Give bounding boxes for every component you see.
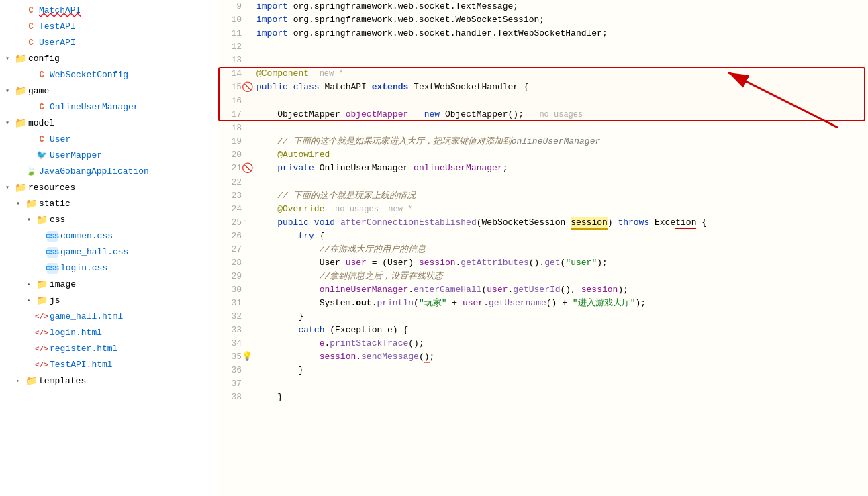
sidebar-item-register-html[interactable]: </> register.html <box>0 341 218 357</box>
code-line-14: 14 @Component new * <box>218 67 868 81</box>
code-line-26: 26 try { <box>218 230 868 243</box>
sidebar-item-onlineusermanager[interactable]: C OnlineUserManager <box>0 99 218 115</box>
sidebar-item-templates[interactable]: 📁 templates <box>0 373 218 389</box>
sidebar-item-label: js <box>50 294 60 307</box>
code-line-17: 17 ObjectMapper objectMapper = new Objec… <box>218 108 868 121</box>
line-number: 23 <box>218 189 242 203</box>
sidebar-item-matchapi[interactable]: C MatchAPI <box>0 3 218 19</box>
code-line-25: 25 ↑ public void afterConnectionEstablis… <box>218 216 868 230</box>
folder-icon-templates: 📁 <box>26 376 36 387</box>
sidebar-item-user[interactable]: C User <box>0 132 218 148</box>
gutter-9 <box>242 0 256 13</box>
code-content-28: User user = (User) session.getAttributes… <box>256 256 868 270</box>
sidebar-item-label: resources <box>28 181 75 195</box>
c-class-icon: C <box>36 70 47 81</box>
sidebar-item-config[interactable]: 📁 config <box>0 51 218 67</box>
gutter-15[interactable]: 🚫 <box>242 81 256 95</box>
code-line-29: 29 //拿到信息之后，设置在线状态 <box>218 270 868 283</box>
code-content-16 <box>256 95 868 108</box>
gutter-26 <box>242 230 256 243</box>
gutter-23 <box>242 189 256 203</box>
code-line-33: 33 catch (Exception e) { <box>218 324 868 337</box>
line-number: 26 <box>218 230 242 243</box>
sidebar-item-label: JavaGobangApplication <box>39 165 149 179</box>
code-editor: 9 import org.springframework.web.socket.… <box>218 0 868 496</box>
line-number: 29 <box>218 270 242 283</box>
folder-icon-game: 📁 <box>15 86 26 97</box>
folder-icon-resources: 📁 <box>15 183 26 193</box>
code-line-19: 19 // 下面的这个就是如果玩家进入大厅，把玩家键值对添加到onlineUse… <box>218 135 868 148</box>
code-line-22: 22 <box>218 176 868 189</box>
sidebar-item-testapi[interactable]: C TestAPI <box>0 19 218 35</box>
sidebar-item-label: TestAPI.html <box>50 358 113 372</box>
code-line-24: 24 @Override no usages new * <box>218 203 868 216</box>
code-content-12 <box>256 40 868 54</box>
gutter-17 <box>242 108 256 121</box>
gutter-38 <box>242 391 256 404</box>
sidebar-item-websocketconfig[interactable]: C WebSocketConfig <box>0 67 218 83</box>
sidebar-item-image[interactable]: 📁 image <box>0 277 218 293</box>
line-number: 34 <box>218 337 242 350</box>
sidebar-item-usermapper[interactable]: 🐦 UserMapper <box>0 148 218 164</box>
line-number: 30 <box>218 283 242 297</box>
code-content-17: ObjectMapper objectMapper = new ObjectMa… <box>256 108 868 121</box>
code-line-31: 31 System.out.println("玩家" + user.getUse… <box>218 297 868 310</box>
gutter-36 <box>242 364 256 377</box>
sidebar-item-js[interactable]: 📁 js <box>0 293 218 309</box>
sidebar-item-game-hall-html[interactable]: </> game_hall.html <box>0 309 218 325</box>
gutter-icon-21[interactable]: 🚫 <box>242 163 253 174</box>
mapper-icon: 🐦 <box>36 150 47 161</box>
gutter-icon-bulb[interactable]: 💡 <box>242 352 252 362</box>
folder-icon-model: 📁 <box>15 118 26 129</box>
gutter-icon-25[interactable]: ↑ <box>242 217 247 228</box>
code-content-10: import org.springframework.web.socket.We… <box>256 13 868 27</box>
gutter-20 <box>242 148 256 162</box>
gutter-21[interactable]: 🚫 <box>242 162 256 176</box>
code-content-30: onlineUserManager.enterGameHall(user.get… <box>256 283 868 297</box>
sidebar-item-css[interactable]: 📁 css <box>0 212 218 228</box>
gutter-37 <box>242 377 256 391</box>
code-line-32: 32 } <box>218 310 868 324</box>
code-content-27: //在游戏大厅的用户的信息 <box>256 243 868 256</box>
line-number: 32 <box>218 310 242 324</box>
code-content-18 <box>256 121 868 135</box>
folder-icon-config: 📁 <box>15 54 26 64</box>
gutter-35[interactable]: 💡 <box>242 350 256 364</box>
sidebar-item-login-css[interactable]: CSS login.css <box>0 260 218 277</box>
sidebar-item-testapi-html[interactable]: </> TestAPI.html <box>0 357 218 373</box>
sidebar-item-commen-css[interactable]: CSS commen.css <box>0 228 218 244</box>
sidebar-item-game-hall-css[interactable]: CSS game_hall.css <box>0 244 218 260</box>
gutter-22 <box>242 176 256 189</box>
gutter-24 <box>242 203 256 216</box>
code-content-21: private OnlineUserManager onlineUserMana… <box>256 162 868 176</box>
sidebar-item-resources[interactable]: 📁 resources <box>0 180 218 196</box>
gutter-30 <box>242 283 256 297</box>
html-icon: </> <box>36 311 47 322</box>
sidebar-item-login-html[interactable]: </> login.html <box>0 325 218 341</box>
sidebar-item-label: css <box>50 213 65 227</box>
sidebar-item-model[interactable]: 📁 model <box>0 115 218 132</box>
sidebar-item-game[interactable]: 📁 game <box>0 83 218 99</box>
code-content-37 <box>256 377 868 391</box>
code-line-27: 27 //在游戏大厅的用户的信息 <box>218 243 868 256</box>
code-line-35: 35 💡 session.sendMessage(); <box>218 350 868 364</box>
folder-icon-js: 📁 <box>36 295 47 306</box>
code-content-23: // 下面的这个就是玩家上线的情况 <box>256 189 868 203</box>
line-number: 27 <box>218 243 242 256</box>
code-line-9: 9 import org.springframework.web.socket.… <box>218 0 868 13</box>
gutter-25[interactable]: ↑ <box>242 216 256 230</box>
sidebar-item-label: register.html <box>50 342 117 356</box>
gutter-icon-15[interactable]: 🚫 <box>242 82 253 93</box>
sidebar-item-label: config <box>28 52 60 66</box>
html-icon2: </> <box>36 328 47 338</box>
sidebar-item-userapi[interactable]: C UserAPI <box>0 35 218 51</box>
gutter-29 <box>242 270 256 283</box>
line-number: 21 <box>218 162 242 176</box>
sidebar-item-javagobang[interactable]: 🍃 JavaGobangApplication <box>0 164 218 180</box>
code-lines: 9 import org.springframework.web.socket.… <box>218 0 868 404</box>
line-number: 35 <box>218 350 242 364</box>
sidebar-item-label: UserAPI <box>39 36 76 50</box>
code-content-24: @Override no usages new * <box>256 203 868 216</box>
code-line-18: 18 <box>218 121 868 135</box>
sidebar-item-static[interactable]: 📁 static <box>0 196 218 212</box>
